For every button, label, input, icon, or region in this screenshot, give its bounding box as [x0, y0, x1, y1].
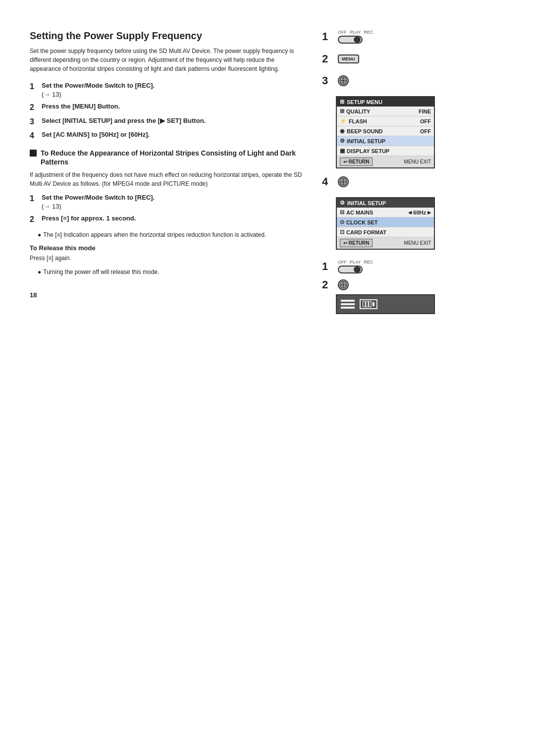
right-step-3-num: 3 [322, 74, 333, 87]
bottom-switch-labels: OFF PLAY REC [338, 260, 373, 265]
ac-mains-label: ⊟ AC MAINS [340, 209, 373, 216]
step-3-num: 3 [30, 116, 38, 127]
bottom-step-2-num: 2 [322, 278, 333, 291]
step-2-num: 2 [30, 102, 38, 113]
card-format-label: ⊡ CARD FORMAT [340, 229, 386, 235]
display-setup-icon: ▦ [340, 148, 345, 154]
bottom-nav-joystick[interactable] [338, 279, 349, 290]
quality-value: FINE [419, 108, 431, 114]
joystick-icon-2 [339, 178, 347, 186]
section2-header: To Reduce the Appearance of Horizontal S… [30, 149, 307, 166]
beep-icon: ◉ [340, 128, 345, 134]
clock-set-label: ⊙ CLOCK SET [340, 219, 378, 225]
card-format-icon: ⊡ [340, 229, 344, 235]
initial-setup-screen: ⚙ INITIAL SETUP ⊟ AC MAINS ◀ 60Hz ▶ ⊙ CL… [336, 197, 435, 250]
right-step-1: 1 OFF PLAY REC [322, 30, 461, 44]
menu-row-flash: ⚡ FLASH OFF [337, 116, 434, 126]
page-layout: Setting the Power Supply Frequency Set t… [30, 30, 505, 314]
bottom-step-2-row: 2 [322, 278, 461, 291]
sub-step-2-num: 2 [30, 214, 38, 225]
step-1-num: 1 [30, 81, 38, 99]
sub-steps: 1 Set the Power/Mode Switch to [REC].(→ … [30, 193, 307, 225]
bottom-section: 1 OFF PLAY REC 2 [322, 260, 461, 314]
sub-step-1: 1 Set the Power/Mode Switch to [REC].(→ … [30, 193, 307, 211]
setup-menu-title-bar: ⊞ SETUP MENU [337, 97, 434, 107]
bottom-step-1-row: 1 OFF PLAY REC [322, 260, 461, 273]
setup-row-ac-mains[interactable]: ⊟ AC MAINS ◀ 60Hz ▶ [337, 208, 434, 217]
line-2 [341, 303, 355, 305]
bottom-switch-knob [354, 267, 361, 272]
release-bullet: Turning the power off will release this … [30, 268, 307, 276]
step-4-num: 4 [30, 130, 38, 141]
setup-menu-screen: ⊞ SETUP MENU ⊞ QUALITY FINE ⚡ FLASH OFF [336, 96, 435, 168]
menu-row-beep: ◉ BEEP SOUND OFF [337, 126, 434, 136]
page-title: Setting the Power Supply Frequency [30, 30, 307, 42]
main-steps: 1 Set the Power/Mode Switch to [REC].(→ … [30, 81, 307, 142]
battery-tip [373, 302, 374, 306]
svg-point-11 [342, 181, 344, 183]
ac-mains-value: ◀ 60Hz ▶ [408, 210, 431, 216]
right-step-2-num: 2 [322, 53, 333, 65]
bullet-1: The [≡] Indication appears when the hori… [30, 230, 307, 239]
intro-text: Set the power supply frequency before us… [30, 47, 307, 73]
right-step-2-row: 2 MENU [322, 53, 461, 65]
menu-label: MENU [342, 56, 355, 61]
step-2-text: Press the [MENU] Button. [42, 102, 120, 113]
menu-row-initial-setup[interactable]: ⚙ INITIAL SETUP [337, 136, 434, 146]
b-play-label: PLAY [350, 260, 361, 265]
joystick-icon [339, 77, 347, 85]
ac-mains-hz: 60Hz [413, 210, 426, 216]
ac-mains-arrow-right: ▶ [428, 210, 431, 215]
sub-step-1-num: 1 [30, 193, 38, 211]
return-button[interactable]: ↩ RETURN [340, 158, 373, 166]
release-header: To Release this mode [30, 244, 307, 252]
step-2: 2 Press the [MENU] Button. [30, 102, 307, 113]
right-step-1-num: 1 [322, 30, 333, 43]
play-label: PLAY [350, 30, 361, 35]
bottom-display [336, 294, 435, 314]
switch-knob [354, 37, 361, 43]
setup-row-clock-set[interactable]: ⊙ CLOCK SET [337, 217, 434, 227]
menu-row-quality: ⊞ QUALITY FINE [337, 107, 434, 116]
step-4: 4 Set [AC MAINS] to [50Hz] or [60Hz]. [30, 130, 307, 141]
initial-return-button[interactable]: ↩ RETURN [340, 239, 373, 247]
right-step-4-row: 4 [322, 175, 461, 188]
step-4-text: Set [AC MAINS] to [50Hz] or [60Hz]. [42, 130, 150, 141]
initial-setup-label: ⚙ INITIAL SETUP [340, 138, 385, 144]
nav-joystick[interactable] [338, 75, 349, 86]
setup-menu-title-text: SETUP MENU [347, 99, 382, 105]
sub-step-2: 2 Press [≡] for approx. 1 second. [30, 214, 307, 225]
sub-step-2-text: Press [≡] for approx. 1 second. [42, 214, 136, 225]
lines-symbol [341, 300, 355, 309]
menu-row-display-setup[interactable]: ▦ DISPLAY SETUP [337, 146, 434, 156]
mode-switch[interactable] [338, 36, 363, 44]
off-label: OFF [338, 30, 347, 35]
nav-joystick-2[interactable] [338, 176, 349, 187]
quality-icon: ⊞ [340, 108, 344, 114]
bottom-mode-switch-container: OFF PLAY REC [338, 260, 373, 273]
initial-setup-icon: ⚙ [340, 138, 345, 144]
b-off-label: OFF [338, 260, 347, 265]
initial-setup-footer: ↩ RETURN MENU EXIT [337, 237, 434, 249]
step-3-text: Select [INITIAL SETUP] and press the [▶ … [42, 116, 206, 127]
release-body: Press [≡] again. [30, 254, 307, 263]
svg-point-5 [342, 80, 344, 82]
setup-row-card-format[interactable]: ⊡ CARD FORMAT [337, 227, 434, 237]
flash-value: OFF [420, 118, 431, 124]
bottom-mode-switch[interactable] [338, 266, 363, 273]
beep-label: ◉ BEEP SOUND [340, 128, 383, 134]
display-setup-label: ▦ DISPLAY SETUP [340, 148, 389, 154]
b-rec-label: REC [364, 260, 373, 265]
bat-seg-1 [363, 302, 365, 307]
ac-mains-icon: ⊟ [340, 209, 344, 216]
right-step-3-row: 3 [322, 74, 461, 87]
initial-setup-title-bar: ⚙ INITIAL SETUP [337, 198, 434, 208]
page-number: 18 [30, 291, 307, 299]
flash-label: ⚡ FLASH [340, 118, 367, 124]
step-3: 3 Select [INITIAL SETUP] and press the [… [30, 116, 307, 127]
menu-button-icon[interactable]: MENU [338, 54, 359, 63]
rec-label: REC [364, 30, 373, 35]
initial-exit-label: MENU EXIT [404, 240, 431, 246]
initial-setup-title-icon: ⚙ [340, 200, 345, 206]
quality-label: ⊞ QUALITY [340, 108, 370, 114]
